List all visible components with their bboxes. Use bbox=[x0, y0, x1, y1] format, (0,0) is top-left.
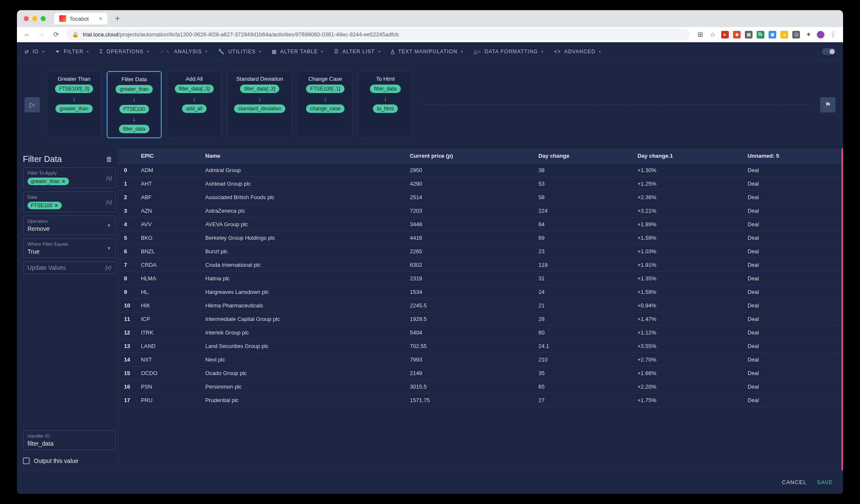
table-row[interactable]: 1AHTAshtead Group plc429053+1.25%Deal bbox=[119, 177, 843, 191]
data-chip[interactable]: FTSE100 ✕ bbox=[28, 202, 62, 209]
pipeline-node[interactable]: Add Allfilter_data[:,3]↓add_all bbox=[167, 71, 222, 138]
toolbar-data-formatting[interactable]: △○DATA FORMATTING▾ bbox=[474, 49, 544, 55]
forward-button[interactable]: → bbox=[37, 31, 46, 38]
pipeline-node[interactable]: Filter Datagreater_than↓FTSE100↓filter_d… bbox=[107, 71, 162, 138]
pipeline-node[interactable]: Greater ThanFTSE100[:,3]↓greater_than bbox=[47, 71, 102, 138]
table-row[interactable]: 8HLMAHalma plc231931+1.35%Deal bbox=[119, 272, 843, 285]
table-row[interactable]: 17PRUPrudential plc1571.7527+1.75%Deal bbox=[119, 394, 843, 407]
flag-button[interactable]: ⚑ bbox=[820, 97, 835, 112]
table-cell: +1.59% bbox=[632, 285, 742, 299]
table-row[interactable]: 10HIKHikma Pharmaceuticals2245.521+0.94%… bbox=[119, 299, 843, 312]
toolbar-analysis[interactable]: ⟋⟍ANALYSIS▾ bbox=[160, 49, 208, 55]
table-row[interactable]: 4AVVAVEVA Group plc344864+1.89%Deal bbox=[119, 218, 843, 231]
save-button[interactable]: SAVE bbox=[817, 479, 833, 485]
update-values-field[interactable]: Update Values {x} bbox=[23, 261, 116, 274]
table-row[interactable]: 11ICPIntermediate Capital Group plc1929.… bbox=[119, 312, 843, 326]
ext-7-icon[interactable]: ⊡ bbox=[792, 31, 800, 38]
table-row[interactable]: 15OCDOOcado Group plc214935+1.66%Deal bbox=[119, 367, 843, 380]
profile-avatar[interactable] bbox=[817, 31, 824, 38]
extensions-menu-icon[interactable]: ✦ bbox=[804, 30, 813, 38]
bookmark-icon[interactable]: ☆ bbox=[708, 30, 717, 38]
handler-id-field[interactable]: Handler ID filter_data bbox=[23, 430, 116, 450]
table-row[interactable]: 9HL.Hargreaves Lansdown plc153424+1.59%D… bbox=[119, 285, 843, 299]
remove-chip-icon[interactable]: ✕ bbox=[61, 178, 66, 184]
scroll-indicator[interactable] bbox=[841, 148, 843, 470]
reload-button[interactable]: ⟳ bbox=[52, 30, 60, 38]
delete-icon[interactable]: 🗑 bbox=[106, 156, 113, 163]
maximize-window[interactable] bbox=[41, 16, 46, 21]
table-cell: Intermediate Capital Group plc bbox=[200, 312, 405, 326]
toolbar-utilities[interactable]: 🔧UTILITIES▾ bbox=[218, 49, 262, 55]
arrow-down-icon: ↓ bbox=[133, 116, 136, 122]
table-row[interactable]: 5BKGBerkeley Group Holdings plc441669+1.… bbox=[119, 231, 843, 245]
remove-chip-icon[interactable]: ✕ bbox=[54, 203, 58, 208]
extension-icons: ⊞ ☆ ▸ ◆ ▦ 🐘 ▣ ● ⊡ ✦ ⋮ bbox=[696, 30, 837, 38]
filter-to-apply-field[interactable]: Filter To Apply greater_than ✕ {x} bbox=[23, 167, 116, 188]
cancel-button[interactable]: CANCEL bbox=[782, 479, 807, 485]
toolbar-alter-table[interactable]: ▦ALTER TABLE▾ bbox=[272, 49, 324, 55]
table-cell: Hikma Pharmaceuticals bbox=[200, 299, 405, 312]
variable-icon[interactable]: {x} bbox=[106, 199, 112, 205]
table-cell: Associated British Foods plc bbox=[200, 191, 405, 204]
arrow-down-icon: ↓ bbox=[133, 96, 136, 102]
play-button[interactable]: ▷ bbox=[25, 97, 40, 112]
address-bar[interactable]: 🔒 trial.toca.cloud/projects/automation/9… bbox=[66, 29, 690, 40]
table-cell: 23 bbox=[533, 245, 632, 258]
variable-icon[interactable]: {x} bbox=[105, 265, 111, 271]
toolbar-alter-list[interactable]: ☰ALTER LIST▾ bbox=[334, 49, 380, 55]
table-cell: Deal bbox=[742, 367, 843, 380]
minimize-window[interactable] bbox=[32, 16, 37, 21]
column-header[interactable]: Name bbox=[200, 148, 405, 164]
operation-select[interactable]: Operation Remove ▼ bbox=[23, 216, 116, 235]
table-row[interactable]: 0ADMAdmiral Group295038+1.30%Deal bbox=[119, 164, 843, 177]
browser-window: Tocabot × + ← → ⟳ 🔒 trial.toca.cloud/pro… bbox=[17, 10, 843, 494]
chrome-menu-icon[interactable]: ⋮ bbox=[829, 30, 837, 38]
table-row[interactable]: 2ABFAssociated British Foods plc251458+2… bbox=[119, 191, 843, 204]
ext-1-icon[interactable]: ▸ bbox=[721, 31, 729, 38]
column-header[interactable] bbox=[119, 148, 136, 164]
pipeline-node[interactable]: Change CaseFTSE100[:,1]↓change_case bbox=[298, 71, 353, 138]
table-row[interactable]: 6BNZLBunzl plc226523+1.03%Deal bbox=[119, 245, 843, 258]
close-window[interactable] bbox=[24, 16, 29, 21]
table-cell: Deal bbox=[742, 204, 843, 218]
variable-icon[interactable]: {x} bbox=[106, 175, 112, 181]
data-field[interactable]: Data FTSE100 ✕ {x} bbox=[23, 192, 116, 212]
table-row[interactable]: 14NXTNext plc7993210+2.70%Deal bbox=[119, 353, 843, 367]
url-bar: ← → ⟳ 🔒 trial.toca.cloud/projects/automa… bbox=[17, 27, 843, 42]
pipeline-node[interactable]: Standard Deviationfilter_data[:,3]↓stand… bbox=[227, 71, 292, 138]
column-header[interactable]: Unnamed: 5 bbox=[742, 148, 843, 164]
pipeline-node[interactable]: To Htmlfilter_data↓to_html bbox=[358, 71, 413, 138]
tab-close-icon[interactable]: × bbox=[99, 15, 102, 22]
table-cell: +3.55% bbox=[632, 340, 742, 353]
output-value-checkbox[interactable] bbox=[23, 457, 30, 464]
toolbar-io[interactable]: ⇄IO▾ bbox=[25, 49, 45, 55]
table-row[interactable]: 16PSNPersimmon plc3015.565+2.20%Deal bbox=[119, 380, 843, 394]
back-button[interactable]: ← bbox=[23, 31, 31, 38]
new-tab-button[interactable]: + bbox=[115, 14, 120, 24]
table-cell: Deal bbox=[742, 245, 843, 258]
toolbar-toggle[interactable] bbox=[822, 48, 835, 55]
toolbar-operations[interactable]: ΣOPERATIONS▾ bbox=[99, 49, 149, 55]
app-toolbar: ⇄IO▾ ⏷FILTER▾ ΣOPERATIONS▾ ⟋⟍ANALYSIS▾ 🔧… bbox=[17, 42, 843, 61]
column-header[interactable]: Current price (p) bbox=[405, 148, 533, 164]
ext-2-icon[interactable]: ◆ bbox=[733, 31, 741, 38]
ext-5-icon[interactable]: ▣ bbox=[769, 31, 776, 38]
browser-tab[interactable]: Tocabot × bbox=[54, 13, 108, 25]
column-header[interactable]: Day change.1 bbox=[632, 148, 742, 164]
translate-icon[interactable]: ⊞ bbox=[696, 30, 704, 38]
ext-3-icon[interactable]: ▦ bbox=[745, 31, 752, 38]
table-row[interactable]: 7CRDACroda International plc6302118+1.91… bbox=[119, 258, 843, 272]
table-row[interactable]: 3AZNAstraZeneca plc7203224+3.21%Deal bbox=[119, 204, 843, 218]
toolbar-filter[interactable]: ⏷FILTER▾ bbox=[55, 49, 89, 55]
column-header[interactable]: Day change bbox=[533, 148, 632, 164]
table-cell: HLMA bbox=[136, 272, 200, 285]
toolbar-text-manipulation[interactable]: ATEXT MANIPULATION▾ bbox=[391, 49, 463, 55]
where-filter-select[interactable]: Where Filter Equals True ▼ bbox=[23, 238, 116, 258]
ext-6-icon[interactable]: ● bbox=[780, 31, 788, 38]
column-header[interactable]: EPIC bbox=[136, 148, 200, 164]
table-row[interactable]: 13LANDLand Securities Group plc702.5524.… bbox=[119, 340, 843, 353]
toolbar-advanced[interactable]: <>ADVANCED▾ bbox=[554, 49, 601, 55]
filter-to-apply-chip[interactable]: greater_than ✕ bbox=[28, 178, 69, 185]
ext-evernote-icon[interactable]: 🐘 bbox=[757, 31, 764, 38]
table-row[interactable]: 12ITRKIntertek Group plc540460+1.12%Deal bbox=[119, 326, 843, 340]
